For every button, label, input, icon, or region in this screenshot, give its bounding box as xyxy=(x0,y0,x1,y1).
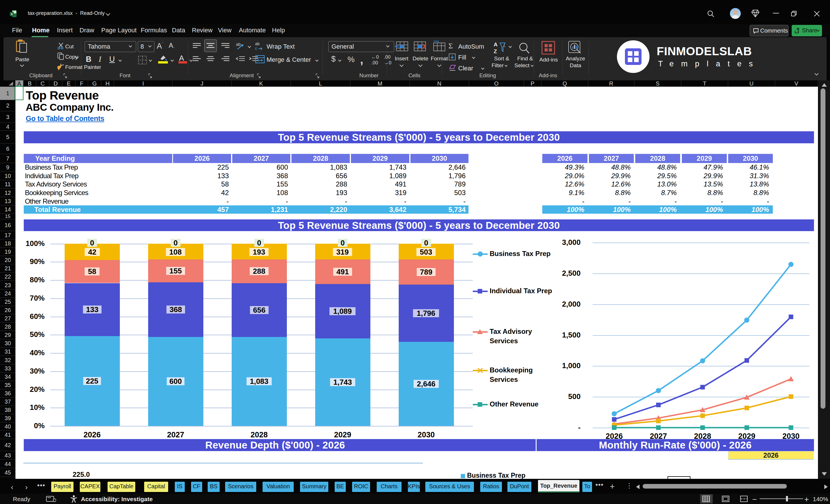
svg-text:A: A xyxy=(493,41,498,48)
svg-text:ab: ab xyxy=(255,41,260,46)
svg-text:c: c xyxy=(255,46,257,51)
svg-text:ab: ab xyxy=(236,42,241,46)
svg-text:Z: Z xyxy=(493,48,497,54)
